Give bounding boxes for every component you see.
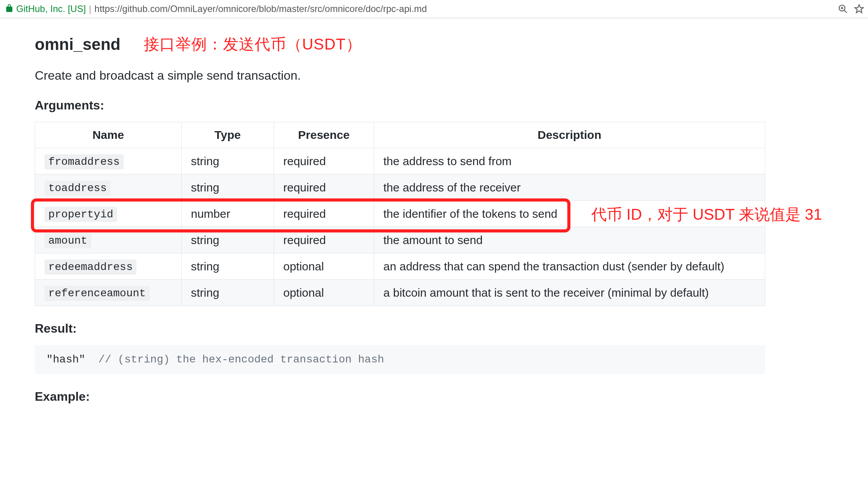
arg-type: string	[182, 174, 274, 201]
arg-presence: required	[274, 148, 374, 174]
lock-icon	[5, 3, 13, 14]
highlight-annotation: 代币 ID，对于 USDT 来说值是 31	[591, 204, 822, 225]
address-bar-org: GitHub, Inc. [US]	[16, 3, 86, 14]
result-comment: // (string) the hex-encoded transaction …	[98, 354, 384, 366]
arg-name: redeemaddress	[44, 260, 136, 275]
col-type: Type	[182, 122, 274, 148]
arg-type: string	[182, 148, 274, 174]
table-row: toaddress string required the address of…	[35, 174, 765, 201]
arg-description: a bitcoin amount that is sent to the rec…	[374, 280, 765, 306]
bookmark-star-icon[interactable]	[854, 4, 864, 14]
zoom-icon[interactable]	[838, 4, 848, 14]
col-name: Name	[35, 122, 182, 148]
arg-name: referenceamount	[44, 286, 150, 301]
svg-marker-4	[855, 5, 863, 13]
arg-type: string	[182, 280, 274, 306]
arg-description: the amount to send	[374, 227, 765, 253]
arguments-heading: Arguments:	[35, 98, 853, 113]
arg-name: amount	[44, 233, 91, 248]
result-code-block: "hash" // (string) the hex-encoded trans…	[35, 345, 765, 374]
result-value: "hash"	[46, 354, 85, 366]
table-row: referenceamount string optional a bitcoi…	[35, 280, 765, 306]
arg-description: the address of the receiver	[374, 174, 765, 201]
table-row: fromaddress string required the address …	[35, 148, 765, 174]
arg-presence: optional	[274, 253, 374, 280]
col-presence: Presence	[274, 122, 374, 148]
browser-address-bar[interactable]: GitHub, Inc. [US] | https://github.com/O…	[0, 0, 868, 18]
arg-presence: required	[274, 174, 374, 201]
svg-line-1	[844, 10, 847, 13]
arg-name: fromaddress	[44, 154, 124, 169]
arg-presence: required	[274, 227, 374, 253]
arg-type: string	[182, 227, 274, 253]
address-bar-url: https://github.com/OmniLayer/omnicore/bl…	[94, 3, 427, 14]
title-annotation: 接口举例：发送代币（USDT）	[144, 34, 362, 55]
arg-presence: optional	[274, 280, 374, 306]
arg-presence: required	[274, 201, 374, 227]
table-row: amount string required the amount to sen…	[35, 227, 765, 253]
arg-type: number	[182, 201, 274, 227]
example-heading: Example:	[35, 390, 853, 404]
arg-type: string	[182, 253, 274, 280]
api-lead-text: Create and broadcast a simple send trans…	[35, 68, 853, 83]
result-heading: Result:	[35, 321, 853, 336]
table-row: redeemaddress string optional an address…	[35, 253, 765, 280]
arg-name: propertyid	[44, 207, 117, 222]
api-heading: omni_send	[35, 35, 121, 54]
col-description: Description	[374, 122, 765, 148]
address-bar-separator: |	[89, 3, 91, 14]
arg-name: toaddress	[44, 181, 111, 196]
arg-description: an address that can spend the transactio…	[374, 253, 765, 280]
arg-description: the address to send from	[374, 148, 765, 174]
